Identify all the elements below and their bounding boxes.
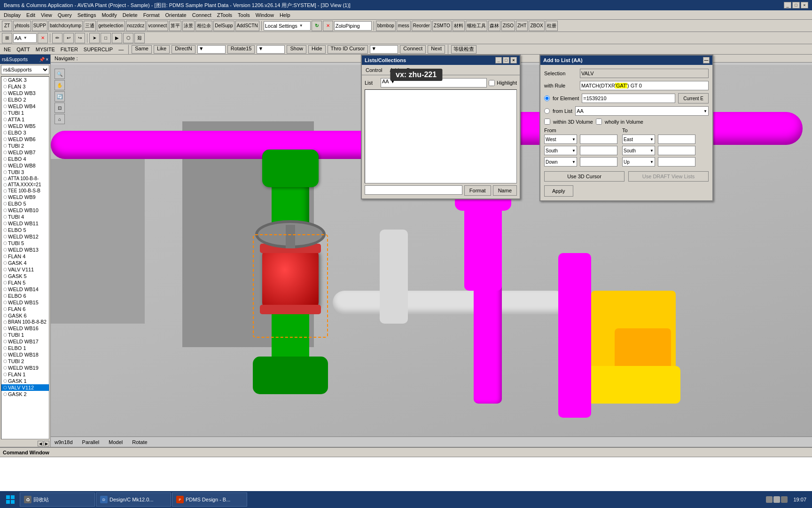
sidebar-combo[interactable]: rs&Supports — [1, 65, 49, 74]
atl-minimize-btn[interactable]: — — [703, 57, 710, 64]
dialog-format-btn[interactable]: Format — [464, 185, 491, 196]
close-button[interactable]: × — [801, 2, 808, 8]
nav-rotate-btn[interactable]: 🔄 — [55, 91, 65, 102]
to-south-input[interactable] — [658, 146, 695, 155]
dialog-maximize[interactable]: □ — [503, 57, 509, 64]
from-west-input[interactable] — [580, 135, 617, 144]
tb-zsmto[interactable]: ZSMTO — [432, 21, 452, 31]
tb2-select[interactable]: □ — [101, 33, 111, 43]
list-item[interactable]: ⬡ WELD WB13 — [1, 246, 49, 253]
highlight-checkbox[interactable] — [489, 80, 495, 86]
from-south-input[interactable] — [580, 146, 617, 155]
nav-throid-combo[interactable]: ▼ — [370, 45, 398, 54]
tb2-play[interactable]: ▶ — [112, 33, 122, 43]
list-item[interactable]: ⬡ GASK 5 — [1, 273, 49, 279]
tb2-x[interactable]: ✕ — [38, 33, 48, 43]
nav-hide[interactable]: Hide — [308, 45, 326, 54]
tb-bolt[interactable]: 螺栓工具 — [466, 21, 487, 31]
nav-filter[interactable]: FILTER — [59, 46, 80, 53]
list-item[interactable]: ⬡ FLAN 3 — [1, 83, 49, 90]
tb-x-btn[interactable]: ✕ — [323, 21, 333, 31]
use-3d-cursor-btn[interactable]: Use 3D Cursor — [544, 171, 625, 182]
list-item[interactable]: ⬡ FLAN 5 — [1, 279, 49, 286]
to-south-combo[interactable]: South ▼ — [622, 146, 655, 155]
from-list-combo[interactable]: AA ▼ — [575, 106, 709, 116]
tb-forest[interactable]: 森林 — [488, 21, 500, 31]
nav-mysite[interactable]: MYSITE — [34, 46, 57, 53]
tb-supp[interactable]: SUPP — [32, 21, 47, 31]
atl-rule-input[interactable]: MATCH(DTXR 'GAT') GT 0 — [580, 81, 709, 90]
tb-swim[interactable]: 泳景 — [182, 21, 195, 31]
nav-rotate15[interactable]: Rotate15 — [227, 45, 255, 54]
list-item[interactable]: ⬡ WELD WB4 — [1, 103, 49, 110]
list-item[interactable]: ⬡ WELD WB6 — [1, 136, 49, 143]
list-item[interactable]: ⬡ ELBO 1 — [1, 345, 49, 351]
list-item-selected[interactable]: ⬡ VALV V112 — [1, 384, 49, 391]
list-item[interactable]: ⬡ BRAN 100-B-8-B2 — [1, 319, 49, 325]
list-item[interactable]: ⬡ WELD WB9 — [1, 194, 49, 200]
menu-display[interactable]: Display — [1, 12, 23, 18]
menu-delete[interactable]: Delete — [120, 12, 141, 18]
dialog-menu-control[interactable]: Control — [364, 67, 384, 73]
tb-ziso[interactable]: ZISO — [501, 21, 515, 31]
taskbar-recycle[interactable]: ♻ 回收站 — [20, 492, 95, 507]
tb-batchdc[interactable]: batchdcxytump — [48, 21, 83, 31]
tb-bbmbop[interactable]: bbmbop — [376, 21, 396, 31]
nav-qatt[interactable]: QATT — [15, 46, 32, 53]
list-item[interactable]: ⬡ WELD WB18 — [1, 351, 49, 358]
list-item[interactable]: ⬡ ATTA.XXXX=21 — [1, 182, 49, 188]
list-item[interactable]: ⬡ GASK 6 — [1, 312, 49, 319]
maximize-button[interactable]: □ — [792, 2, 800, 8]
for-element-radio[interactable] — [544, 95, 550, 101]
from-list-radio[interactable] — [544, 108, 550, 114]
nav-superclip[interactable]: SUPERCLIP — [82, 46, 115, 53]
list-item[interactable]: ⬡ TUBI 3 — [1, 169, 49, 175]
menu-window[interactable]: Window — [253, 12, 277, 18]
list-item[interactable]: ⬡ ATTA 100-B-8- — [1, 175, 49, 182]
nav-connect[interactable]: Connect — [400, 45, 426, 54]
nav-show[interactable]: Show — [287, 45, 306, 54]
list-item[interactable]: ⬡ ELBO 4 — [1, 156, 49, 162]
zolopipng-combo[interactable]: ZoloPiping — [334, 21, 372, 31]
tb2-draw[interactable]: ✏ — [52, 33, 62, 43]
tb2-cursor[interactable]: ➤ — [89, 33, 100, 43]
nav-next[interactable]: Next — [428, 45, 445, 54]
tb-zt[interactable]: ZT — [2, 21, 12, 31]
list-item[interactable]: ⬡ ELBO 6 — [1, 293, 49, 299]
list-item[interactable]: ⬡ TUBI 5 — [1, 240, 49, 246]
from-down-combo[interactable]: Down ▼ — [544, 157, 577, 167]
nav-pan-btn[interactable]: ✋ — [55, 80, 65, 90]
tb2-undo[interactable]: ↩ — [63, 33, 74, 43]
from-south-combo[interactable]: South ▼ — [544, 146, 577, 155]
tb-zbox[interactable]: ZBOX — [529, 21, 544, 31]
tb2-icon1[interactable]: ⊞ — [2, 33, 12, 43]
tb2-hex[interactable]: ⬡ — [123, 33, 133, 43]
dialog-close[interactable]: × — [510, 57, 517, 64]
menu-tools[interactable]: Tools — [235, 12, 253, 18]
nav-zoom-btn[interactable]: 🔍 — [55, 69, 65, 79]
list-item[interactable]: ⬡ ELBO 2 — [1, 96, 49, 103]
list-item[interactable]: ⬡ WELD WB14 — [1, 286, 49, 293]
list-item[interactable]: ⬡ GASK 2 — [1, 391, 49, 397]
discipline-combo[interactable]: AA ▼ — [13, 33, 37, 43]
list-item[interactable]: ⬡ WELD WB16 — [1, 325, 49, 332]
to-east-combo[interactable]: East ▼ — [622, 135, 655, 144]
list-item[interactable]: ⬡ WELD WB11 — [1, 220, 49, 227]
scroll-right[interactable]: ▶ — [44, 441, 49, 446]
from-down-input[interactable] — [580, 157, 617, 167]
list-item[interactable]: ⬡ WELD WB3 — [1, 90, 49, 96]
tb2-redo[interactable]: ↪ — [75, 33, 85, 43]
tb-calc[interactable]: 算平 — [169, 21, 181, 31]
menu-edit[interactable]: Edit — [23, 12, 38, 18]
tb-3way[interactable]: 三通 — [84, 21, 96, 31]
list-item[interactable]: ⬡ ELBO 5 — [1, 200, 49, 207]
tb-column[interactable]: 柱册 — [546, 21, 558, 31]
list-item[interactable]: ⬡ WELD WB7 — [1, 149, 49, 156]
to-up-input[interactable] — [658, 157, 695, 167]
list-item[interactable]: ⬡ GASK 3 — [1, 77, 49, 83]
list-item[interactable]: ⬡ TUBI 2 — [1, 143, 49, 149]
nav-fit-btn[interactable]: ⊡ — [55, 103, 65, 113]
menu-connect[interactable]: Connect — [189, 12, 214, 18]
nav-directn-combo[interactable]: ▼ — [197, 45, 226, 54]
to-east-input[interactable] — [658, 135, 695, 144]
